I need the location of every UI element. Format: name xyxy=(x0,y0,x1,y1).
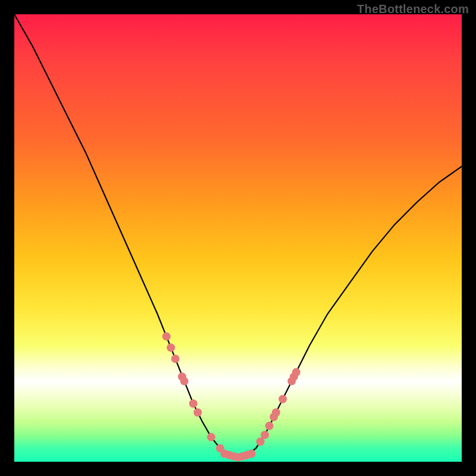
scatter-point xyxy=(180,377,189,386)
curve-svg xyxy=(14,14,462,462)
scatter-point xyxy=(278,395,287,403)
scatter-point xyxy=(171,355,180,363)
scatter-point xyxy=(167,343,175,352)
scatter-point xyxy=(272,408,280,416)
scatter-point xyxy=(162,332,171,340)
scatter-point xyxy=(292,368,300,377)
scatter-point xyxy=(207,433,215,441)
scatter-point xyxy=(189,399,198,408)
scatter-point xyxy=(261,431,269,439)
scatter-point xyxy=(248,450,256,458)
scatter-markers xyxy=(162,332,300,461)
watermark-text: TheBottleneck.com xyxy=(357,2,469,16)
scatter-point xyxy=(193,408,202,416)
plot-area xyxy=(14,14,462,462)
chart-container: TheBottleneck.com xyxy=(0,0,476,476)
scatter-point xyxy=(265,422,274,430)
bottleneck-curve xyxy=(14,14,462,458)
